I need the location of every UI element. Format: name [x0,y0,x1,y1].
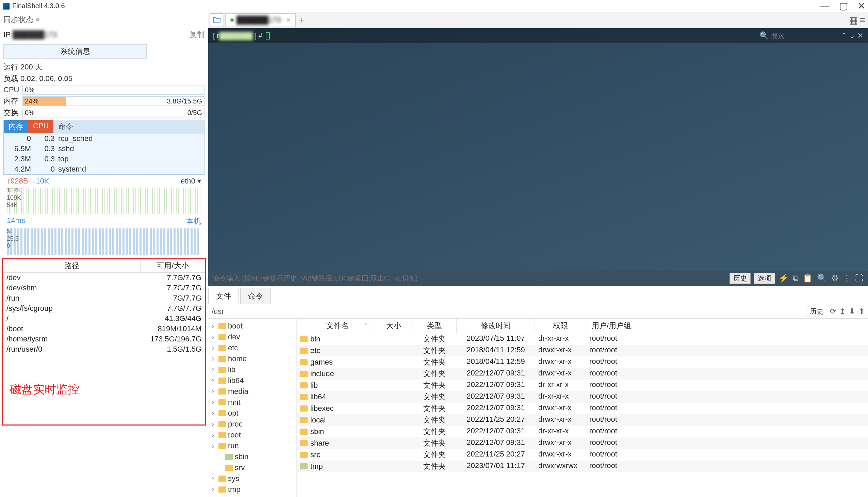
tree-node[interactable]: ›boot [208,321,296,331]
disk-row[interactable]: /run/user/01.5G/1.5G [3,344,205,354]
download-icon[interactable]: ⬇ [849,307,855,316]
gear-icon[interactable]: ⚙ [831,273,839,283]
tab-cmds[interactable]: 命令 [240,288,271,304]
process-row[interactable]: 6.5M0.3sshd [4,144,204,154]
grid-icon[interactable]: ▦ [849,15,858,26]
file-size [375,369,413,379]
header-user[interactable]: 用户/用户组 [586,318,637,333]
search-prev-icon[interactable]: ⌃ [841,31,847,40]
file-row[interactable]: local 文件夹 2022/11/25 20:27 drwxr-xr-x ro… [297,414,868,426]
current-path[interactable]: /usr [208,307,806,316]
splitter[interactable]: ··· [208,286,868,289]
close-button[interactable]: ✕ [857,1,865,11]
terminal[interactable]: [ r███████ ] # 🔍 ⌃ ⌄ ✕ [208,28,868,270]
disk-row[interactable]: /41.3G/44G [3,313,205,324]
tree-node[interactable]: ›sys [208,473,296,484]
maximize-button[interactable]: ▢ [839,1,848,11]
ping-local[interactable]: 本机 [186,216,201,226]
file-row[interactable]: src 文件夹 2022/11/25 20:27 drwxr-xr-x root… [297,449,868,460]
tree-node[interactable]: srv [208,462,296,473]
close-tab-icon[interactable]: × [286,16,291,25]
dir-tree[interactable]: ›boot›dev›etc›home›lib›lib64›media›mnt›o… [208,318,297,497]
file-row[interactable]: games 文件夹 2018/04/11 12:59 drwxr-xr-x ro… [297,356,868,368]
file-row[interactable]: tmp 文件夹 2023/07/01 11:17 drwxrwxrwx root… [297,460,868,472]
file-type: 文件夹 [413,369,457,379]
command-input[interactable] [213,274,726,282]
folder-button[interactable] [209,13,224,27]
copy-icon[interactable]: ⧉ [793,273,799,283]
bolt-icon[interactable]: ⚡ [779,273,789,283]
add-tab-button[interactable]: + [299,15,305,26]
folder-icon [218,334,226,340]
tree-node[interactable]: ›mnt [208,397,296,408]
disk-row[interactable]: /home/tysrm173.5G/196.7G [3,334,205,344]
search-icon[interactable]: 🔍 [760,31,769,40]
file-row[interactable]: sbin 文件夹 2022/12/07 09:31 dr-xr-xr-x roo… [297,426,868,437]
header-type[interactable]: 类型 [413,318,457,333]
options-button[interactable]: 选项 [754,273,775,284]
disk-row[interactable]: /sys/fs/cgroup7.7G/7.7G [3,303,205,313]
file-row[interactable]: bin 文件夹 2023/07/15 11:07 dr-xr-xr-x root… [297,333,868,345]
disk-row[interactable]: /run7G/7.7G [3,293,205,303]
file-row[interactable]: share 文件夹 2022/12/07 09:31 drwxr-xr-x ro… [297,437,868,449]
file-size [375,415,413,425]
disk-row[interactable]: /dev7.7G/7.7G [3,273,205,283]
tree-node[interactable]: ›home [208,353,296,364]
tab-mem[interactable]: 内存 [4,120,28,133]
system-info-button[interactable]: 系统信息 [3,44,147,59]
disk-header-path[interactable]: 路径 [3,259,140,272]
upload-icon[interactable]: ⬆ [858,307,865,316]
header-perm[interactable]: 权限 [535,318,586,333]
tree-node[interactable]: ›dev [208,331,296,342]
disk-path: /dev [6,273,130,282]
header-name[interactable]: 文件名⌃ [297,318,375,333]
terminal-search-input[interactable] [771,32,839,40]
process-row[interactable]: 2.3M0.3top [4,154,204,164]
tab-files[interactable]: 文件 [208,288,239,304]
disk-header-size[interactable]: 可用/大小 [140,259,205,272]
chevron-right-icon: › [212,485,216,494]
session-tab[interactable]: ██████173 × [225,13,296,27]
disk-path: /dev/shm [6,284,130,293]
tree-node[interactable]: ›root [208,430,296,440]
file-row[interactable]: etc 文件夹 2018/04/11 12:59 drwxr-xr-x root… [297,345,868,356]
tree-node[interactable]: ›proc [208,419,296,430]
history-button[interactable]: 历史 [729,273,751,284]
disk-row[interactable]: /dev/shm7.7G/7.7G [3,283,205,293]
search-next-icon[interactable]: ⌄ [849,31,855,40]
header-date[interactable]: 修改时间 [457,318,535,333]
tree-node[interactable]: ›lib64 [208,375,296,386]
tree-node[interactable]: ›lib [208,364,296,375]
process-row[interactable]: 4.2M0systemd [4,164,204,174]
up-icon[interactable]: ↥ [839,307,845,316]
refresh-icon[interactable]: ⟳ [830,307,836,316]
file-row[interactable]: libexec 文件夹 2022/12/07 09:31 drwxr-xr-x … [297,403,868,414]
tab-cpu[interactable]: CPU [28,120,54,133]
file-row[interactable]: lib 文件夹 2022/12/07 09:31 dr-xr-xr-x root… [297,380,868,391]
copy-button[interactable]: 复制 [189,30,204,40]
tree-node[interactable]: ›etc [208,342,296,353]
search-close-icon[interactable]: ✕ [857,31,863,40]
tab-cmd[interactable]: 命令 [54,120,78,133]
disk-row[interactable]: /boot819M/1014M [3,324,205,334]
ping-bars: 51 25.5 0 [7,228,201,255]
tree-node[interactable]: ›opt [208,408,296,419]
minimize-button[interactable]: — [820,1,829,11]
tree-node[interactable]: ›run [208,440,296,451]
file-row[interactable]: include 文件夹 2022/12/07 09:31 drwxr-xr-x … [297,368,868,380]
file-name: sbin [310,427,324,436]
header-size[interactable]: 大小 [375,318,413,333]
more-icon[interactable]: ⋮ [843,273,851,283]
tree-node[interactable]: sbin [208,451,296,462]
file-row[interactable]: lib64 文件夹 2022/12/07 09:31 dr-xr-xr-x ro… [297,391,868,403]
paste-icon[interactable]: 📋 [803,273,813,283]
process-row[interactable]: 00.3rcu_sched [4,133,204,144]
list-icon[interactable]: ≡ [860,15,865,26]
tree-node[interactable]: ›tmp [208,484,296,495]
path-history-button[interactable]: 历史 [806,306,827,317]
tree-node[interactable]: ›media [208,386,296,397]
net-iface[interactable]: eth0 ▾ [181,177,201,186]
search-icon[interactable]: 🔍 [817,273,827,283]
tree-label: etc [228,343,238,352]
fullscreen-icon[interactable]: ⛶ [855,273,863,283]
